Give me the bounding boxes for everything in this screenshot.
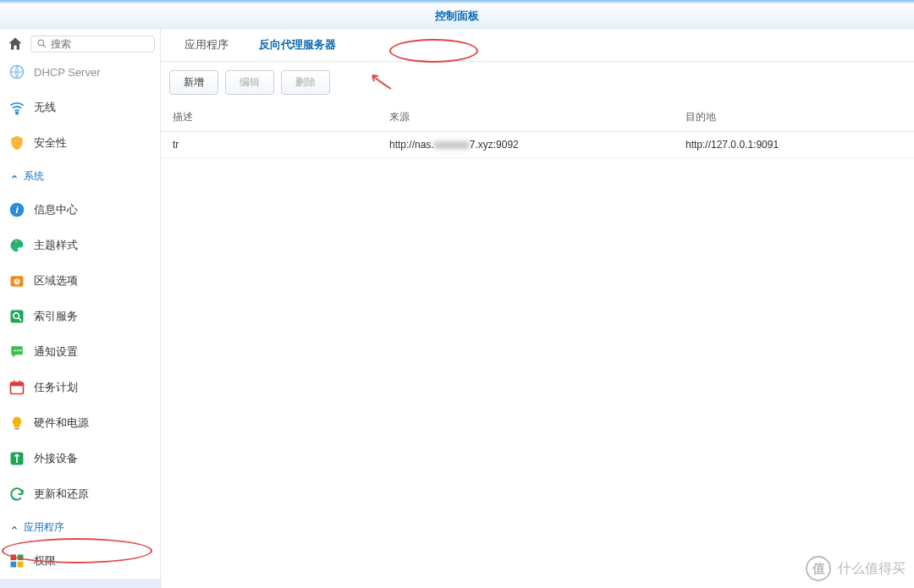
svg-rect-11 [11,310,24,323]
col-desc[interactable]: 描述 [161,110,389,124]
sidebar-item-region[interactable]: 区域选项 [0,263,160,299]
sidebar-item-hardware[interactable]: 硬件和电源 [0,405,160,441]
svg-rect-24 [18,555,24,561]
svg-rect-21 [15,428,19,430]
sidebar: DHCP Server 无线 安全性 系统 i 信息中心 主题样式 区域选项 [0,29,161,588]
svg-point-3 [16,112,19,114]
svg-point-14 [14,349,15,351]
sidebar-item-label: 区域选项 [34,273,78,289]
home-icon[interactable] [5,34,25,54]
sidebar-item-label: 更新和还原 [34,486,89,502]
refresh-icon [8,486,25,503]
sidebar-item-external[interactable]: 外接设备 [0,441,160,476]
sidebar-item-dhcp[interactable]: DHCP Server [0,54,160,90]
cell-desc: tr [161,139,389,151]
globe-icon [8,63,25,80]
wifi-icon [8,99,25,116]
svg-point-8 [19,242,21,245]
svg-point-6 [13,243,15,245]
clock-icon [8,272,25,289]
sidebar-item-info[interactable]: i 信息中心 [0,192,160,228]
svg-line-1 [43,45,46,47]
svg-rect-20 [19,381,21,384]
sidebar-item-label: 主题样式 [34,238,78,253]
sidebar-item-theme[interactable]: 主题样式 [0,228,160,263]
svg-rect-18 [11,382,24,386]
cell-dest: http://127.0.0.1:9091 [686,139,914,151]
sidebar-item-index[interactable]: 索引服务 [0,299,160,334]
sidebar-item-label: 权限 [34,553,56,569]
sidebar-item-label: DHCP Server [34,66,101,79]
tab-applications[interactable]: 应用程序 [169,29,244,61]
content-area: 应用程序 反向代理服务器 新增 编辑 删除 描述 来源 目的地 tr http:… [161,29,914,588]
svg-rect-23 [11,555,17,561]
window-title: 控制面板 [0,3,914,29]
sidebar-item-label: 信息中心 [34,202,78,217]
sidebar-item-label: 任务计划 [34,380,78,395]
search-icon [36,38,47,50]
palette-icon [8,237,25,254]
search-input[interactable] [30,36,155,52]
col-dest[interactable]: 目的地 [686,110,914,124]
watermark: 值 什么值得买 [806,556,906,581]
sidebar-item-notify[interactable]: 通知设置 [0,334,160,370]
sidebar-item-security[interactable]: 安全性 [0,125,160,161]
edit-button[interactable]: 编辑 [225,70,274,95]
svg-rect-19 [14,381,15,384]
svg-point-16 [19,349,21,351]
watermark-badge: 值 [806,556,831,581]
sidebar-item-task[interactable]: 任务计划 [0,370,160,405]
svg-point-0 [38,40,44,46]
tab-reverse-proxy[interactable]: 反向代理服务器 [244,29,351,61]
chat-icon [8,343,25,360]
svg-point-7 [15,241,18,244]
svg-rect-25 [11,562,17,568]
delete-button[interactable]: 删除 [281,70,330,95]
sidebar-item-perms[interactable]: 权限 [0,543,160,579]
chevron-up-icon [10,524,19,532]
section-system[interactable]: 系统 [0,161,160,192]
bulb-icon [8,415,25,431]
sidebar-item-label: 无线 [34,100,56,115]
sidebar-item-label: 安全性 [34,135,67,151]
col-source[interactable]: 来源 [389,110,686,124]
sidebar-item-wireless[interactable]: 无线 [0,90,160,125]
sidebar-item-label: 索引服务 [34,309,78,324]
shield-icon [8,135,25,151]
sidebar-item-update[interactable]: 更新和还原 [0,476,160,512]
chevron-up-icon [10,173,19,181]
tabs: 应用程序 反向代理服务器 [161,29,914,62]
calendar-icon [8,379,25,396]
sidebar-item-app-portal[interactable]: Synology 应用程序门户 [0,579,160,588]
search-doc-icon [8,308,25,325]
sidebar-item-label: 硬件和电源 [34,415,89,431]
grid-icon [8,552,25,569]
sidebar-item-label: 外接设备 [34,451,78,466]
new-button[interactable]: 新增 [169,70,218,95]
toolbar: 新增 编辑 删除 [161,62,914,103]
svg-point-15 [17,349,19,351]
svg-rect-26 [18,562,24,568]
usb-icon [8,450,25,467]
watermark-text: 什么值得买 [838,560,906,578]
section-apps[interactable]: 应用程序 [0,512,160,543]
cell-source: http://nas.xxxxxxx7.xyz:9092 [389,139,686,151]
table-row[interactable]: tr http://nas.xxxxxxx7.xyz:9092 http://1… [161,132,914,158]
info-icon: i [8,201,25,218]
sidebar-item-label: 通知设置 [34,344,78,360]
proxy-table: 描述 来源 目的地 tr http://nas.xxxxxxx7.xyz:909… [161,103,914,158]
